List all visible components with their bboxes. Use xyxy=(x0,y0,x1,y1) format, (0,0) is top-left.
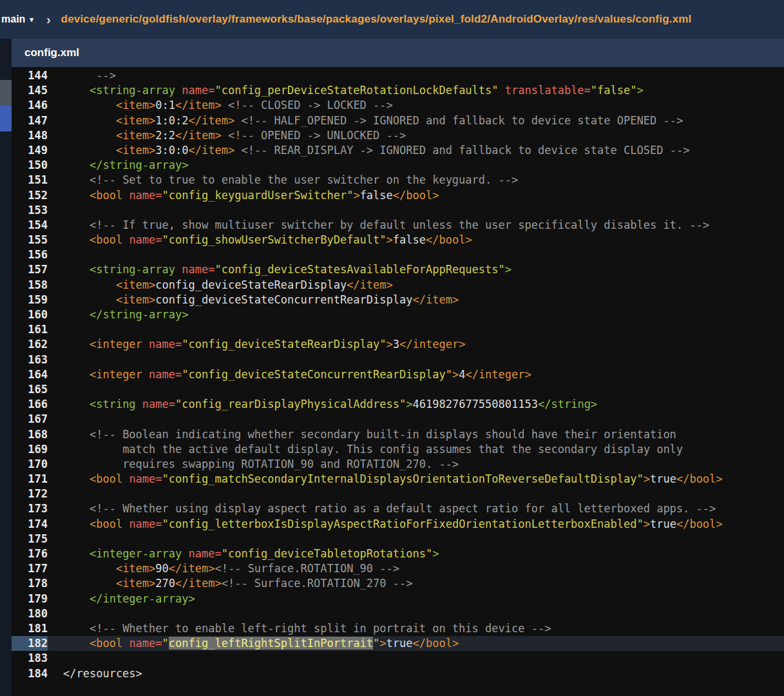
code-text: <integer name="config_deviceStateRearDis… xyxy=(48,337,465,352)
code-line: 180 xyxy=(12,606,784,621)
code-line: 184</resources> xyxy=(12,666,784,681)
code-line: 162 <integer name="config_deviceStateRea… xyxy=(12,337,784,352)
code-area: 144 -->145 <string-array name="config_pe… xyxy=(12,67,784,696)
line-number[interactable]: 144 xyxy=(12,68,48,83)
code-token: <!-- Surface.ROTATION_270 --> xyxy=(222,577,413,590)
line-number[interactable]: 180 xyxy=(12,606,48,621)
code-token xyxy=(63,69,96,82)
line-number[interactable]: 168 xyxy=(12,427,48,442)
line-number[interactable]: 162 xyxy=(12,337,48,352)
line-number[interactable]: 178 xyxy=(12,576,48,591)
line-number[interactable]: 171 xyxy=(12,472,48,487)
line-number[interactable]: 160 xyxy=(12,307,48,322)
line-number[interactable]: 155 xyxy=(12,233,48,247)
code-token: </string-array> xyxy=(90,308,189,321)
line-number[interactable]: 156 xyxy=(12,247,48,262)
code-text: match the active default display. This c… xyxy=(48,442,683,457)
line-number[interactable]: 150 xyxy=(12,158,48,173)
line-number[interactable]: 170 xyxy=(12,457,48,472)
line-number[interactable]: 165 xyxy=(12,382,48,397)
code-token: <string-array xyxy=(90,263,175,276)
line-number[interactable]: 184 xyxy=(12,666,48,681)
line-number[interactable]: 176 xyxy=(12,546,48,561)
line-number[interactable]: 153 xyxy=(12,203,48,218)
code-token: <item> xyxy=(116,562,155,575)
branch-selector[interactable]: main ▾ xyxy=(1,14,33,25)
code-text: <bool name="config_leftRightSplitInPortr… xyxy=(48,636,459,651)
line-number[interactable]: 164 xyxy=(12,367,48,382)
line-number[interactable]: 159 xyxy=(12,293,48,307)
code-token xyxy=(63,84,90,97)
code-token xyxy=(63,308,90,321)
line-number[interactable]: 172 xyxy=(12,487,48,501)
line-number[interactable]: 147 xyxy=(12,113,48,128)
code-token: name= xyxy=(122,517,162,530)
code-token: <item> xyxy=(116,577,155,590)
line-number[interactable]: 146 xyxy=(12,98,48,113)
line-number[interactable]: 166 xyxy=(12,397,48,412)
line-number[interactable]: 177 xyxy=(12,561,48,576)
line-number[interactable]: 182 xyxy=(12,636,48,651)
code-token: true xyxy=(387,637,413,650)
line-number[interactable]: 157 xyxy=(12,262,48,277)
code-token xyxy=(63,577,116,590)
line-number[interactable]: 167 xyxy=(12,412,48,427)
line-number[interactable]: 183 xyxy=(12,651,48,666)
code-text: <integer name="config_deviceStateConcurr… xyxy=(48,367,531,382)
code-token xyxy=(63,189,90,202)
code-token: 0:1 xyxy=(155,99,175,111)
code-token: <!-- Set to true to enable the user swit… xyxy=(90,173,518,186)
line-number[interactable]: 179 xyxy=(12,592,48,606)
line-number[interactable]: 174 xyxy=(12,517,48,532)
code-token: > xyxy=(406,398,412,411)
rail-item-active[interactable] xyxy=(0,106,12,131)
line-number[interactable]: 173 xyxy=(12,501,48,516)
code-token: </item> xyxy=(175,129,222,142)
line-number[interactable]: 181 xyxy=(12,621,48,636)
code-token: <item> xyxy=(116,144,155,157)
code-token: "config_rearDisplayPhysicalAddress" xyxy=(175,398,406,411)
line-number[interactable]: 161 xyxy=(12,322,48,337)
code-token: </item> xyxy=(169,562,215,575)
code-token: </item> xyxy=(189,114,235,127)
code-line: 168 <!-- Boolean indicating whether seco… xyxy=(12,427,784,442)
line-number[interactable]: 151 xyxy=(12,173,48,188)
code-text xyxy=(48,412,63,427)
code-text: </resources> xyxy=(48,666,142,681)
code-line: 151 <!-- Set to true to enable the user … xyxy=(12,173,784,188)
code-line: 163 xyxy=(12,353,784,367)
code-token: <item> xyxy=(116,278,155,291)
code-text: <item>config_deviceStateConcurrentRearDi… xyxy=(48,293,459,307)
file-path[interactable]: device/generic/goldfish/overlay/framewor… xyxy=(61,13,692,26)
file-tab-label[interactable]: config.xml xyxy=(12,46,79,59)
breadcrumb-separator-icon: › xyxy=(46,12,51,27)
code-token: " xyxy=(162,637,169,650)
code-token: <item> xyxy=(116,99,155,111)
code-line: 164 <integer name="config_deviceStateCon… xyxy=(12,367,784,382)
line-number[interactable]: 158 xyxy=(12,278,48,293)
code-token xyxy=(63,338,90,351)
code-text xyxy=(48,651,63,666)
code-line: 160 </string-array> xyxy=(12,307,784,322)
line-number[interactable]: 163 xyxy=(12,353,48,367)
code-token: <string xyxy=(90,398,136,411)
code-token: "config_deviceStateRearDisplay" xyxy=(182,338,386,351)
code-token: <!-- Boolean indicating whether secondar… xyxy=(90,428,676,441)
line-number[interactable]: 175 xyxy=(12,532,48,546)
code-token: <!-- If true, show multiuser switcher by… xyxy=(90,218,709,231)
rail-item[interactable] xyxy=(0,80,12,106)
code-line: 173 <!-- Whether using display aspect ra… xyxy=(12,501,784,516)
line-number[interactable]: 145 xyxy=(12,83,48,98)
code-token: name= xyxy=(136,398,175,411)
code-token: requires swapping ROTATION_90 and ROTATI… xyxy=(122,458,459,470)
line-number[interactable]: 169 xyxy=(12,442,48,457)
code-token: 3:0:0 xyxy=(155,144,188,157)
code-token: 3 xyxy=(393,338,399,351)
line-number[interactable]: 149 xyxy=(12,143,48,158)
line-number[interactable]: 148 xyxy=(12,128,48,143)
line-number[interactable]: 154 xyxy=(12,218,48,233)
code-text: <string name="config_rearDisplayPhysical… xyxy=(48,397,597,412)
code-token: </bool> xyxy=(413,637,459,650)
line-number[interactable]: 152 xyxy=(12,188,48,203)
code-token: <!-- Whether using display aspect ratio … xyxy=(90,502,716,515)
